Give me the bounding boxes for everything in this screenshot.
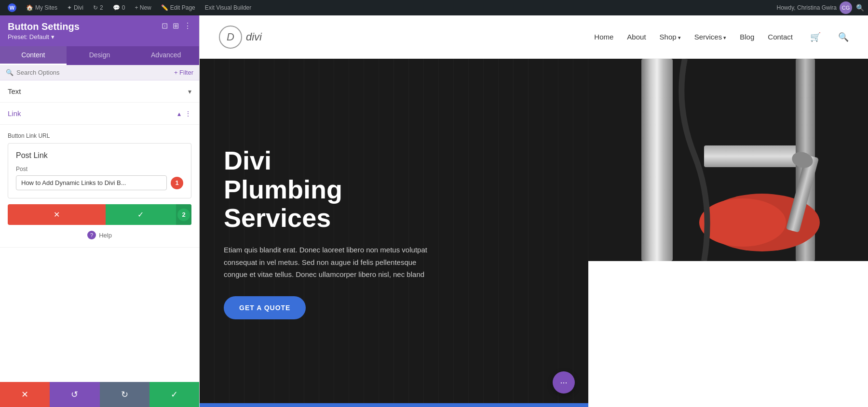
action-buttons: ✕ ✓ 2	[8, 204, 191, 225]
post-select-row: How to Add Dynamic Links to Divi B... 1	[16, 175, 183, 190]
confirm-button[interactable]: ✓ 2	[106, 204, 192, 225]
exit-builder-link[interactable]: Exit Visual Builder	[201, 4, 256, 11]
tab-advanced[interactable]: Advanced	[133, 46, 199, 65]
nav-blog[interactable]: Blog	[740, 33, 754, 41]
svg-rect-1	[641, 59, 673, 261]
tab-design[interactable]: Design	[67, 46, 133, 65]
dots-menu-icon[interactable]: ⋮	[185, 110, 191, 118]
badge-1: 1	[171, 177, 183, 189]
panel-content: Text ▾ Link ▴ ⋮ Button Link URL Post Lin…	[0, 80, 199, 382]
post-field-label: Post	[16, 166, 183, 172]
link-section-icons: ▴ ⋮	[177, 110, 191, 118]
footer-undo-button[interactable]: ↺	[50, 382, 99, 407]
panel-header: Button Settings Preset: Default ▾ ⊡ ⊞ ⋮	[0, 15, 199, 46]
edit-icon: ✏️	[161, 4, 168, 11]
page-content: Divi Plumbing Services Etiam quis blandi…	[200, 59, 868, 407]
badge-2: 2	[176, 204, 191, 225]
search-bar: 🔍 + Filter	[0, 65, 199, 80]
blue-bar	[200, 403, 588, 407]
chevron-down-icon: ▾	[188, 88, 191, 95]
cancel-button[interactable]: ✕	[8, 204, 106, 225]
text-section-header[interactable]: Text ▾	[0, 80, 199, 103]
help-row[interactable]: ? Help	[8, 231, 191, 239]
hero-title: Divi Plumbing Services	[224, 146, 564, 232]
help-icon: ?	[87, 231, 96, 239]
site-logo: D divi	[219, 26, 262, 49]
user-info: Howdy, Christina Gwira CG	[777, 1, 852, 14]
right-area: D divi Home About Shop Services Blog Con…	[200, 15, 868, 407]
nav-items: Home About Shop Services Blog Contact 🛒 …	[594, 32, 849, 42]
nav-contact[interactable]: Contact	[768, 33, 793, 41]
logo-circle: D	[219, 26, 242, 49]
post-select[interactable]: How to Add Dynamic Links to Divi B...	[16, 175, 167, 190]
cart-icon[interactable]: 🛒	[810, 32, 821, 42]
post-link-box: Post Link Post How to Add Dynamic Links …	[8, 143, 191, 198]
edit-page-link[interactable]: ✏️ Edit Page	[157, 4, 199, 11]
svg-point-5	[699, 198, 786, 247]
divi-icon: ✦	[67, 4, 72, 11]
nav-home[interactable]: Home	[594, 33, 613, 41]
admin-bar: W 🏠 My Sites ✦ Divi ↻ 2 💬 0 + New ✏️ Edi…	[0, 0, 868, 15]
main-layout: Button Settings Preset: Default ▾ ⊡ ⊞ ⋮ …	[0, 15, 868, 407]
hero-image	[588, 59, 868, 407]
logo-letter: D	[227, 31, 234, 43]
footer-save-button[interactable]: ✓	[149, 382, 199, 407]
layout-icon[interactable]: ⊞	[173, 21, 179, 30]
avatar: CG	[840, 1, 852, 14]
logo-text: divi	[246, 31, 262, 43]
search-input[interactable]	[16, 69, 171, 76]
comment-icon: 💬	[113, 4, 120, 11]
admin-bar-right: Howdy, Christina Gwira CG 🔍	[777, 1, 864, 14]
link-section-title: Link	[8, 109, 21, 118]
chevron-up-icon[interactable]: ▴	[177, 110, 181, 118]
admin-search-icon[interactable]: 🔍	[856, 4, 864, 12]
link-section-header[interactable]: Link ▴ ⋮	[0, 103, 199, 125]
fab-button[interactable]: ···	[553, 371, 575, 394]
button-link-url-label: Button Link URL	[8, 132, 191, 139]
text-section-title: Text	[8, 87, 21, 95]
filter-button[interactable]: + Filter	[174, 69, 193, 76]
site-nav: D divi Home About Shop Services Blog Con…	[200, 15, 868, 59]
hero-image-graphic	[588, 59, 868, 261]
tab-content[interactable]: Content	[0, 46, 67, 65]
cancel-icon: ✕	[54, 210, 60, 219]
panel-tabs: Content Design Advanced	[0, 46, 199, 65]
wordpress-icon: W	[8, 3, 16, 12]
post-link-title: Post Link	[16, 151, 183, 160]
revisions-icon: ↻	[93, 4, 98, 11]
panel-preset[interactable]: Preset: Default ▾	[8, 33, 80, 40]
plumbing-svg	[588, 59, 868, 261]
help-label: Help	[99, 232, 112, 239]
my-sites-menu[interactable]: 🏠 My Sites	[22, 4, 61, 11]
search-nav-icon[interactable]: 🔍	[838, 32, 849, 42]
get-quote-button[interactable]: GET A QUOTE	[224, 296, 306, 319]
hero-section: Divi Plumbing Services Etiam quis blandi…	[200, 59, 588, 407]
confirm-check-icon: ✓	[106, 204, 176, 225]
footer-undo-icon: ↺	[71, 389, 78, 400]
screenshot-icon[interactable]: ⊡	[162, 21, 168, 30]
revisions-menu[interactable]: ↻ 2	[89, 4, 107, 11]
new-menu[interactable]: + New	[131, 4, 155, 11]
panel-footer: ✕ ↺ ↻ ✓	[0, 382, 199, 407]
nav-services[interactable]: Services	[694, 33, 727, 41]
panel-header-text: Button Settings Preset: Default ▾	[8, 21, 80, 40]
footer-cancel-icon: ✕	[21, 389, 28, 400]
footer-save-icon: ✓	[171, 389, 178, 400]
hero-body-text: Etiam quis blandit erat. Donec laoreet l…	[224, 244, 436, 281]
more-icon[interactable]: ⋮	[184, 21, 191, 30]
wp-logo[interactable]: W	[4, 3, 20, 12]
comments-menu[interactable]: 💬 0	[109, 4, 129, 11]
nav-about[interactable]: About	[627, 33, 646, 41]
footer-redo-button[interactable]: ↻	[100, 382, 149, 407]
badge-2-circle: 2	[177, 209, 190, 221]
search-icon: 🔍	[6, 69, 14, 76]
footer-cancel-button[interactable]: ✕	[0, 382, 50, 407]
left-panel: Button Settings Preset: Default ▾ ⊡ ⊞ ⋮ …	[0, 15, 200, 407]
divi-menu[interactable]: ✦ Divi	[63, 4, 87, 11]
image-bottom-white	[588, 261, 868, 407]
footer-redo-icon: ↻	[121, 389, 128, 400]
nav-shop[interactable]: Shop	[660, 33, 681, 41]
fab-dots-icon: ···	[560, 378, 567, 388]
panel-title: Button Settings	[8, 21, 80, 32]
link-section-body: Button Link URL Post Link Post How to Ad…	[0, 125, 199, 248]
